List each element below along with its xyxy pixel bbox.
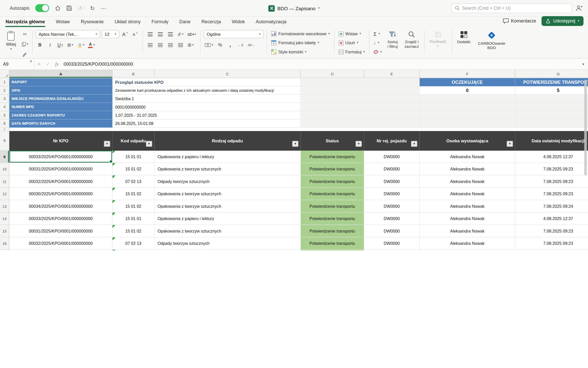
cell-report-value[interactable]: Przegląd statusów KPO	[113, 78, 301, 86]
tab-wstaw[interactable]: Wstaw	[55, 19, 70, 27]
merge-center-button[interactable]: ⊞▾	[186, 41, 195, 49]
cell[interactable]: DW0000	[364, 213, 420, 225]
format-painter-button[interactable]	[21, 50, 29, 59]
row-header[interactable]: 11	[0, 175, 9, 188]
cell[interactable]: DW0000	[364, 200, 420, 212]
cell-oczekujace-count[interactable]: 0	[420, 86, 515, 95]
row-header[interactable]: 16	[0, 237, 9, 250]
cell[interactable]: Aleksandra Nowak	[420, 175, 515, 188]
align-right-button[interactable]	[166, 41, 175, 49]
cell[interactable]: 7.08.2025 09:23	[515, 188, 588, 200]
addins-button[interactable]: Dodatki	[455, 30, 473, 45]
cell[interactable]: 4.08.2025 12:37	[515, 151, 588, 163]
cell-status[interactable]: Potwierdzenie transportu	[301, 163, 364, 175]
decrease-font-size-button[interactable]: A˅	[131, 30, 140, 38]
currency-format-button[interactable]: ▾	[204, 41, 214, 49]
cell[interactable]	[9, 128, 113, 131]
format-as-table-button[interactable]: Formatuj jako tabelę▾	[270, 39, 331, 47]
row-header[interactable]: 15	[0, 225, 9, 237]
cell[interactable]: DW0000	[364, 151, 420, 163]
tab-automatyzacja[interactable]: Automatyzacja	[255, 19, 287, 27]
tab-narzedzia-glowne[interactable]: Narzędzia główne	[5, 19, 45, 27]
save-button[interactable]	[66, 5, 72, 11]
delete-cells-button[interactable]: Usuń▾	[337, 39, 366, 47]
bold-button[interactable]: B	[35, 41, 44, 49]
cell[interactable]: 00030/2025/KPO/0001/000000000	[9, 188, 113, 200]
table-header-nr-kpo[interactable]: Nr KPO▼	[9, 131, 113, 151]
column-header-e[interactable]: E	[364, 70, 420, 78]
cell[interactable]: 15 01 01	[113, 151, 155, 163]
cell-status[interactable]: Potwierdzenie transportu	[301, 237, 364, 250]
cell-zakres-value[interactable]: 1.07.2025 - 31.07.2025	[113, 111, 301, 119]
sort-filter-button[interactable]: Sortuji filtruj	[385, 30, 400, 56]
select-all-corner[interactable]	[0, 70, 9, 78]
cell[interactable]: Opakowania z tworzyw sztucznych	[154, 163, 301, 175]
insert-cells-button[interactable]: Wstaw▾	[337, 30, 366, 38]
cell-opis-value[interactable]: Zestawienie kart przekazania odpadów z i…	[113, 86, 301, 95]
tab-recenzja[interactable]: Recenzja	[201, 19, 222, 27]
tab-dane[interactable]: Dane	[179, 19, 191, 27]
cell[interactable]: Aleksandra Nowak	[420, 250, 515, 250]
active-cell-a9[interactable]: 00033/2025/KPO/0001/000000000	[9, 151, 113, 163]
cell[interactable]	[301, 103, 420, 111]
cell[interactable]: Opakowania z tworzyw sztucznych	[154, 200, 301, 212]
vertical-scrollbar[interactable]	[584, 80, 587, 176]
cell[interactable]	[420, 111, 515, 119]
italic-button[interactable]: I	[46, 41, 54, 49]
cell[interactable]: 15 01 02	[113, 163, 155, 175]
increase-font-size-button[interactable]: A˄	[121, 30, 129, 38]
cell[interactable]	[420, 119, 515, 128]
row-header[interactable]: 14	[0, 213, 9, 225]
conditional-formatting-button[interactable]: Formatowanie warunkowe▾	[270, 30, 331, 38]
formula-input[interactable]: 00033/2025/KPO/0001/000000000	[64, 61, 133, 67]
cell[interactable]	[515, 95, 588, 103]
cut-button[interactable]: ✂	[21, 30, 29, 38]
row-header[interactable]: 7	[0, 128, 9, 131]
cell[interactable]: 7.08.2025 09:23	[515, 225, 588, 237]
filter-button[interactable]: ▼	[356, 141, 362, 147]
cell[interactable]: 07 02 13	[113, 175, 155, 188]
font-color-button[interactable]: A▾	[87, 41, 96, 49]
row-header[interactable]: 1	[0, 78, 9, 86]
more-commands-button[interactable]: ⋯	[101, 5, 106, 11]
undo-button[interactable]: ↺▾	[78, 5, 84, 11]
cell[interactable]: 7.08.2025 09:23	[515, 175, 588, 188]
chevron-down-icon[interactable]: ▾	[318, 7, 320, 10]
column-header-a[interactable]: A	[9, 70, 113, 78]
cell[interactable]	[301, 111, 420, 119]
cell[interactable]: Aleksandra Nowak	[420, 237, 515, 250]
tab-uklad-strony[interactable]: Układ strony	[114, 19, 141, 27]
cell[interactable]: Odpady tworzyw sztucznych	[154, 175, 301, 188]
cell[interactable]: DW0000	[364, 237, 420, 250]
share-button[interactable]: Udostępnij ▾	[542, 16, 584, 26]
cell[interactable]: 7.08.2025 09:23	[515, 163, 588, 175]
insert-function-icon[interactable]: fx	[53, 61, 61, 67]
font-size-select[interactable]: 12▾	[102, 30, 119, 38]
comments-button[interactable]: Komentarze	[503, 18, 536, 24]
autosum-button[interactable]: Σ▾	[372, 30, 383, 38]
column-header-f[interactable]: F	[420, 70, 515, 78]
redo-button[interactable]: ↻	[90, 5, 95, 11]
cell[interactable]: Aleksandra Nowak	[420, 188, 515, 200]
cell-status[interactable]: Potwierdzenie transportu	[301, 213, 364, 225]
cell-opis-label[interactable]: OPIS	[9, 86, 113, 95]
fill-button[interactable]: ↓▾	[372, 39, 383, 47]
cell-data-importu-label[interactable]: DATA IMPORTU DANYCH	[9, 119, 113, 128]
home-button[interactable]	[55, 5, 61, 11]
table-header-kod-odpadu[interactable]: Kod odpadu▼	[113, 131, 155, 151]
cell[interactable]: Opakowania z tworzyw sztucznych	[154, 225, 301, 237]
cell-status[interactable]: Potwierdzenie transportu	[301, 175, 364, 188]
cell[interactable]: 00032/2025/KPO/0001/000000000	[9, 175, 113, 188]
font-name-select[interactable]: Aptos Narrow (Tek...▾	[35, 30, 100, 38]
align-center-button[interactable]	[156, 41, 165, 49]
row-header[interactable]: 2	[0, 86, 9, 95]
cell[interactable]: 7.08.2025 09:23	[515, 250, 588, 250]
cell[interactable]: Aleksandra Nowak	[420, 225, 515, 237]
align-left-button[interactable]	[146, 41, 154, 49]
cell[interactable]: Aleksandra Nowak	[420, 151, 515, 163]
cell-zakres-label[interactable]: ZAKRES CZASOWY RAPORTU	[9, 111, 113, 119]
cell-status[interactable]: Potwierdzenie transportu	[301, 151, 364, 163]
cell-numer-mpd-value[interactable]: 0001/000000000	[113, 103, 301, 111]
row-header[interactable]: 17	[0, 250, 9, 250]
borders-button[interactable]: ⊞▾	[66, 41, 75, 49]
